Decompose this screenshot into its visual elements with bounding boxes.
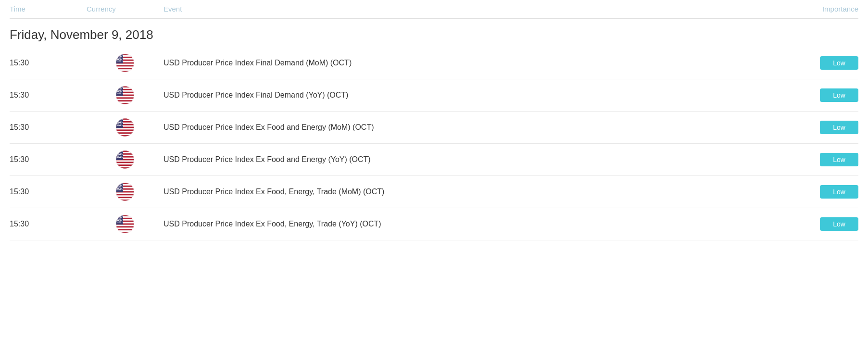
data-rows: 15:30 <box>10 47 858 240</box>
svg-rect-38 <box>116 96 134 97</box>
table-row: 15:30 <box>10 144 858 176</box>
table-row: 15:30 <box>10 79 858 112</box>
svg-text:★: ★ <box>121 188 123 191</box>
svg-rect-172 <box>116 230 134 232</box>
event-column-header: Event <box>164 5 781 13</box>
event-cell: USD Producer Price Index Ex Food and Ene… <box>164 123 781 132</box>
svg-rect-167 <box>116 216 134 218</box>
svg-rect-72 <box>116 131 134 132</box>
time-cell: 15:30 <box>10 155 87 164</box>
currency-cell: ★ ★ ★ ★ ★ ★ ★ ★ ★ ★ ★ ★ ★ ★ ★ <box>87 183 164 201</box>
event-cell: USD Producer Price Index Ex Food, Energy… <box>164 220 781 228</box>
usd-flag-icon: ★ ★ ★ ★ ★ ★ ★ ★ ★ ★ ★ ★ ★ ★ ★ <box>116 150 134 169</box>
time-cell: 15:30 <box>10 220 87 228</box>
time-cell: 15:30 <box>10 91 87 100</box>
importance-label: Importance <box>822 5 858 13</box>
event-cell: USD Producer Price Index Ex Food and Ene… <box>164 155 781 164</box>
importance-cell: Low <box>781 153 858 166</box>
svg-rect-73 <box>116 134 134 135</box>
importance-badge: Low <box>820 217 858 231</box>
economic-calendar-table: Time Currency Event Importance Friday, N… <box>0 0 868 240</box>
usd-flag-icon: ★ ★ ★ ★ ★ ★ ★ ★ ★ ★ ★ ★ ★ ★ ★ <box>116 54 134 72</box>
svg-text:★: ★ <box>116 150 118 153</box>
currency-cell: ★ ★ ★ ★ ★ ★ ★ ★ ★ ★ ★ ★ ★ ★ ★ <box>87 118 164 137</box>
currency-label: Currency <box>87 5 116 13</box>
svg-text:★: ★ <box>117 150 119 153</box>
svg-rect-105 <box>116 163 134 164</box>
svg-rect-170 <box>116 225 134 226</box>
svg-text:★: ★ <box>116 215 118 217</box>
svg-text:★: ★ <box>121 124 123 126</box>
currency-column-header: Currency <box>87 5 164 13</box>
importance-badge: Low <box>820 185 858 199</box>
svg-rect-2 <box>116 55 134 57</box>
table-row: 15:30 <box>10 176 858 208</box>
svg-rect-68 <box>116 120 134 121</box>
table-row: 15:30 <box>10 112 858 144</box>
svg-text:★: ★ <box>116 183 118 185</box>
usd-flag-icon: ★ ★ ★ ★ ★ ★ ★ ★ ★ ★ ★ ★ ★ ★ ★ <box>116 215 134 233</box>
date-label: Friday, November 9, 2018 <box>10 27 153 42</box>
svg-text:★: ★ <box>116 86 118 88</box>
svg-rect-106 <box>116 166 134 167</box>
importance-badge: Low <box>820 56 858 70</box>
importance-cell: Low <box>781 56 858 70</box>
svg-rect-139 <box>116 198 134 200</box>
usd-flag-icon: ★ ★ ★ ★ ★ ★ ★ ★ ★ ★ ★ ★ ★ ★ ★ <box>116 86 134 104</box>
usd-flag-icon: ★ ★ ★ ★ ★ ★ ★ ★ ★ ★ ★ ★ ★ ★ ★ <box>116 183 134 201</box>
currency-cell: ★ ★ ★ ★ ★ ★ ★ ★ ★ ★ ★ ★ ★ ★ ★ <box>87 54 164 72</box>
importance-cell: Low <box>781 88 858 102</box>
svg-rect-7 <box>116 69 134 71</box>
svg-rect-171 <box>116 227 134 229</box>
svg-text:★: ★ <box>117 215 119 217</box>
importance-badge: Low <box>820 88 858 102</box>
time-cell: 15:30 <box>10 59 87 67</box>
table-header: Time Currency Event Importance <box>10 0 858 19</box>
event-cell: USD Producer Price Index Final Demand (M… <box>164 59 781 67</box>
importance-cell: Low <box>781 121 858 134</box>
table-row: 15:30 <box>10 47 858 79</box>
svg-rect-5 <box>116 63 134 65</box>
time-column-header: Time <box>10 5 87 13</box>
time-cell: 15:30 <box>10 123 87 132</box>
table-row: 15:30 <box>10 208 858 240</box>
importance-cell: Low <box>781 185 858 199</box>
svg-text:★: ★ <box>121 156 123 159</box>
event-label: Event <box>164 5 182 13</box>
svg-text:★: ★ <box>117 183 119 185</box>
importance-cell: Low <box>781 217 858 231</box>
event-cell: USD Producer Price Index Ex Food, Energy… <box>164 188 781 196</box>
importance-badge: Low <box>820 121 858 134</box>
svg-rect-101 <box>116 152 134 153</box>
svg-text:★: ★ <box>117 86 119 88</box>
time-cell: 15:30 <box>10 188 87 196</box>
svg-rect-138 <box>116 195 134 197</box>
currency-cell: ★ ★ ★ ★ ★ ★ ★ ★ ★ ★ ★ ★ ★ ★ ★ <box>87 150 164 169</box>
currency-cell: ★ ★ ★ ★ ★ ★ ★ ★ ★ ★ ★ ★ ★ ★ ★ <box>87 86 164 104</box>
svg-text:★: ★ <box>116 54 118 56</box>
svg-rect-40 <box>116 101 134 103</box>
svg-text:★: ★ <box>116 118 118 121</box>
svg-rect-71 <box>116 128 134 129</box>
svg-text:★: ★ <box>121 92 123 94</box>
svg-text:★: ★ <box>117 54 119 56</box>
svg-text:★: ★ <box>121 60 123 62</box>
svg-rect-137 <box>116 192 134 194</box>
svg-text:★: ★ <box>117 118 119 121</box>
svg-rect-6 <box>116 66 134 68</box>
event-cell: USD Producer Price Index Final Demand (Y… <box>164 91 781 100</box>
svg-rect-35 <box>116 88 134 89</box>
importance-badge: Low <box>820 153 858 166</box>
importance-column-header: Importance <box>781 5 858 13</box>
svg-rect-104 <box>116 160 134 162</box>
time-label: Time <box>10 5 25 13</box>
currency-cell: ★ ★ ★ ★ ★ ★ ★ ★ ★ ★ ★ ★ ★ ★ ★ <box>87 215 164 233</box>
svg-rect-39 <box>116 99 134 100</box>
date-section: Friday, November 9, 2018 <box>10 19 858 47</box>
svg-rect-134 <box>116 184 134 186</box>
usd-flag-icon: ★ ★ ★ ★ ★ ★ ★ ★ ★ ★ ★ ★ ★ ★ ★ <box>116 118 134 137</box>
svg-text:★: ★ <box>121 221 123 223</box>
